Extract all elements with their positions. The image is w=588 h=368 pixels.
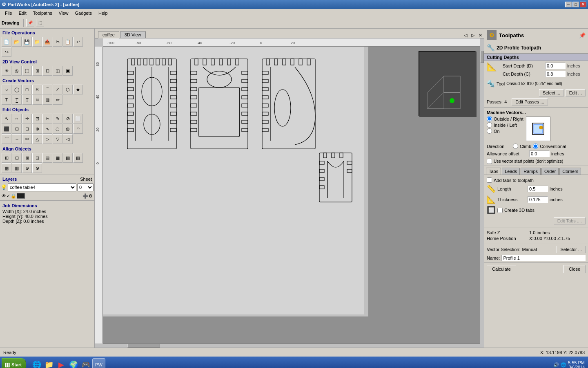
tab-close[interactable]: ✕ <box>477 33 484 38</box>
save-btn[interactable]: 💾 <box>22 37 32 47</box>
add-tabs-checkbox[interactable] <box>487 177 492 183</box>
cv-btn-14[interactable]: ✏ <box>53 95 62 105</box>
eo-btn-14[interactable]: ◌ <box>53 124 62 134</box>
tab-order[interactable]: Order <box>541 168 559 175</box>
ao-btn-1[interactable]: ⊞ <box>2 153 11 163</box>
sheet-num-select[interactable]: 0 <box>77 183 94 191</box>
tab-tabs[interactable]: Tabs <box>486 168 501 175</box>
cut-depth-input[interactable] <box>545 71 566 77</box>
ao-btn-11[interactable]: ⊕ <box>22 163 32 173</box>
cv-btn-13[interactable]: ▥ <box>42 95 52 105</box>
tab-nav-left[interactable]: ◁ <box>462 33 469 38</box>
ie-icon[interactable]: 🌐 <box>31 359 42 368</box>
create-3d-checkbox[interactable] <box>497 208 503 213</box>
layer-add-icon[interactable]: ➕ <box>82 193 88 199</box>
tab-corners[interactable]: Corners <box>559 168 581 175</box>
eo-btn-19[interactable]: ✂ <box>22 134 32 144</box>
tab-3dview[interactable]: 3D View <box>120 31 146 38</box>
layer-visible-icon[interactable]: 👁 <box>2 193 6 198</box>
minimize-button[interactable]: ─ <box>565 2 572 7</box>
selector-button[interactable]: Selector ... <box>557 246 586 253</box>
start-button[interactable]: ⊞ Start <box>2 358 26 368</box>
cv-btn-12[interactable]: ≋ <box>32 95 42 105</box>
eo-btn-1[interactable]: ↖ <box>2 114 11 123</box>
toolbar-btn-2[interactable]: ⬚ <box>36 19 44 27</box>
vc-btn-6[interactable]: ◫ <box>53 66 62 76</box>
use-vector-start-checkbox[interactable] <box>487 159 492 164</box>
scrollbar-horizontal[interactable] <box>103 343 480 348</box>
eo-btn-22[interactable]: ▽ <box>53 134 62 144</box>
layer-check-icon[interactable]: ✓ <box>7 193 10 199</box>
eo-btn-15[interactable]: ◍ <box>63 124 73 134</box>
cv-btn-5[interactable]: ⌒ <box>42 85 52 94</box>
vc-btn-4[interactable]: ⊞ <box>32 66 42 76</box>
save-as-btn[interactable]: 📁 <box>32 37 42 47</box>
new-file-btn[interactable]: 📄 <box>2 37 11 47</box>
vc-btn-7[interactable]: ▣ <box>63 66 73 76</box>
scrollbar-vertical[interactable] <box>480 47 484 343</box>
menu-gadgets[interactable]: Gadgets <box>71 10 95 16</box>
ao-btn-12[interactable]: ⊗ <box>32 163 42 173</box>
vc-btn-1[interactable]: ✳ <box>2 66 11 76</box>
menu-edit[interactable]: Edit <box>16 10 30 16</box>
eo-btn-8[interactable]: ⬜ <box>73 114 83 123</box>
eo-btn-16[interactable]: ⌔ <box>73 124 83 134</box>
eo-btn-20[interactable]: △ <box>32 134 42 144</box>
eo-btn-3[interactable]: ✛ <box>22 114 32 123</box>
cv-btn-7[interactable]: ⬡ <box>63 85 73 94</box>
vc-btn-3[interactable]: ⬚ <box>22 66 32 76</box>
on-radio[interactable] <box>487 128 492 134</box>
eo-btn-13[interactable]: ∿ <box>42 124 52 134</box>
layer-props-icon[interactable]: ⚙ <box>89 193 93 199</box>
toolbar-btn-1[interactable]: 📌 <box>26 19 34 27</box>
layer-color-swatch[interactable] <box>17 193 25 199</box>
ao-btn-10[interactable]: ▥ <box>12 163 22 173</box>
cv-btn-11[interactable]: Ṱ <box>22 95 32 105</box>
ao-btn-8[interactable]: ▨ <box>73 153 83 163</box>
copy-btn[interactable]: 📋 <box>63 37 73 47</box>
layer-lock-icon[interactable]: 🔒 <box>11 193 16 199</box>
name-input[interactable] <box>501 255 586 261</box>
edit-tabs-button[interactable]: Edit Tabs .... <box>554 217 586 224</box>
tab-leads[interactable]: Leads <box>502 168 520 175</box>
menu-toolpaths[interactable]: Toolpaths <box>30 10 56 16</box>
cv-btn-6[interactable]: Z <box>53 85 62 94</box>
tray-icon-1[interactable]: 🔊 <box>553 362 559 368</box>
ao-btn-2[interactable]: ⊟ <box>12 153 22 163</box>
eo-btn-21[interactable]: ▷ <box>42 134 52 144</box>
eo-btn-4[interactable]: ⊡ <box>32 114 42 123</box>
layer-select[interactable]: coffee table4 <box>8 183 76 191</box>
edit-tool-button[interactable]: Edit ... <box>566 89 586 96</box>
edit-passes-button[interactable]: Edit Passes ... <box>512 98 548 105</box>
eo-btn-18[interactable]: ⌣ <box>12 134 22 144</box>
ao-btn-6[interactable]: ▦ <box>53 153 62 163</box>
allowance-input[interactable] <box>529 150 550 157</box>
export-btn[interactable]: 📤 <box>42 37 52 47</box>
cv-btn-10[interactable]: T̲ <box>12 95 22 105</box>
vc-btn-5[interactable]: ⊟ <box>42 66 52 76</box>
eo-btn-12[interactable]: ⊕ <box>32 124 42 134</box>
layer-bulb-icon[interactable]: 💡 <box>1 184 7 190</box>
ao-btn-3[interactable]: ⊠ <box>22 153 32 163</box>
explorer-icon[interactable]: 📁 <box>43 359 55 368</box>
vc-btn-2[interactable]: ◎ <box>12 66 22 76</box>
outside-right-radio[interactable] <box>487 116 492 121</box>
cv-btn-4[interactable]: S <box>32 85 42 94</box>
eo-btn-9[interactable]: ⬛ <box>2 124 11 134</box>
eo-btn-2[interactable]: ↔ <box>12 114 22 123</box>
eo-btn-5[interactable]: ✂ <box>42 114 52 123</box>
thickness-input[interactable] <box>528 196 548 203</box>
import-btn[interactable]: ✂ <box>53 37 62 47</box>
firefox-icon[interactable]: 🌍 <box>68 359 79 368</box>
cv-btn-9[interactable]: T <box>2 95 11 105</box>
conventional-radio[interactable] <box>533 144 538 149</box>
start-depth-input[interactable] <box>545 63 566 69</box>
cv-btn-3[interactable]: □ <box>22 85 32 94</box>
toolpaths-pin[interactable]: 📌 <box>579 32 586 38</box>
eo-btn-6[interactable]: ✎ <box>53 114 62 123</box>
menu-help[interactable]: Help <box>95 10 111 16</box>
undo-btn[interactable]: ↪ <box>2 47 11 57</box>
cv-btn-2[interactable]: ◯ <box>12 85 22 94</box>
inside-left-radio[interactable] <box>487 122 492 128</box>
eo-btn-11[interactable]: ⊟ <box>22 124 32 134</box>
